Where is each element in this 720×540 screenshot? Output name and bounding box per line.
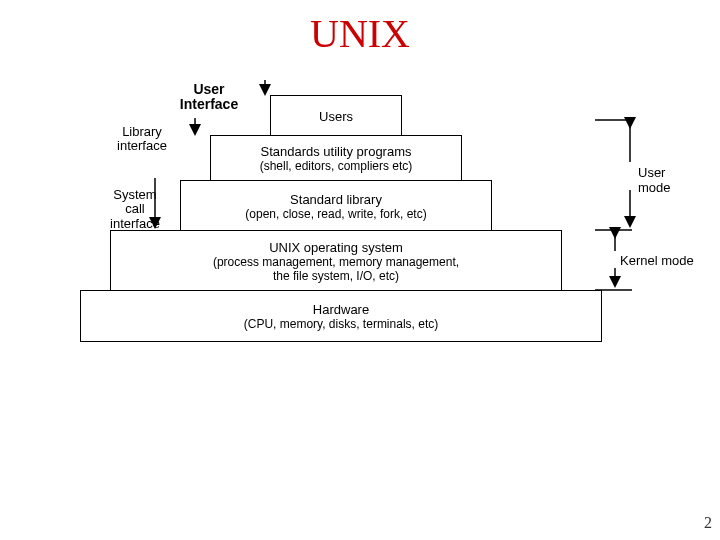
slide-title: UNIX	[0, 10, 720, 57]
diagram-connectors	[0, 70, 720, 420]
page-number: 2	[704, 514, 712, 532]
unix-architecture-diagram: User Interface Library interface System …	[0, 70, 720, 420]
